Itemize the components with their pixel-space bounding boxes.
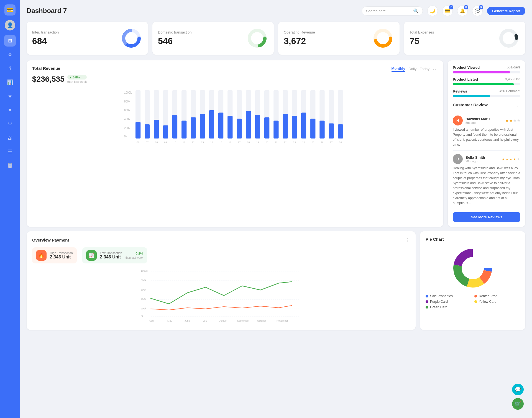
metric-row-listed: Product Listed 3,456 Unit <box>453 77 520 85</box>
sidebar-item-print[interactable]: 🖨 <box>4 132 16 143</box>
legend-dot-rented <box>474 295 477 298</box>
high-transaction-value: 2,346 Unit <box>50 255 73 260</box>
up-arrow-icon: ▲ <box>69 76 72 79</box>
svg-text:800k: 800k <box>141 279 146 282</box>
svg-text:October: October <box>257 319 266 322</box>
generate-report-button[interactable]: Generate Report <box>487 7 525 15</box>
sidebar-item-heart2[interactable]: ♡ <box>4 118 16 130</box>
svg-rect-30 <box>200 114 205 139</box>
review-item-0: H Hawkins Maru 5m ago ★ ★ ★ ★ I viewed a… <box>453 112 520 151</box>
metric-bar-reviews <box>453 95 520 97</box>
sidebar-item-settings[interactable]: ⚙ <box>4 49 16 60</box>
see-more-reviews-button[interactable]: See More Reviews <box>453 212 520 222</box>
metric-bar-fill-listed <box>453 83 514 85</box>
reviews-more-icon[interactable]: ⋮ <box>515 102 520 108</box>
svg-text:November: November <box>277 319 288 322</box>
sidebar-logo: 💳 <box>4 4 16 16</box>
svg-text:September: September <box>237 319 249 322</box>
revenue-value: $236,535 <box>32 75 65 84</box>
sidebar-item-analytics[interactable]: 📊 <box>4 76 16 88</box>
legend-item-yellow: Yellow Card <box>474 300 520 304</box>
theme-toggle[interactable]: 🌙 <box>427 6 438 16</box>
tab-today[interactable]: Today <box>420 67 429 71</box>
review-avatar-1: B <box>453 154 463 164</box>
wallet-icon-btn[interactable]: 💳 2 <box>442 6 453 16</box>
svg-rect-42 <box>255 115 260 139</box>
metric-bar-fill-reviews <box>453 95 490 97</box>
svg-text:14: 14 <box>210 141 213 144</box>
legend-label-yellow: Yellow Card <box>479 300 497 304</box>
svg-rect-54 <box>310 119 315 139</box>
user-avatar[interactable]: 👤 <box>5 20 15 30</box>
svg-rect-58 <box>329 124 334 139</box>
svg-text:600k: 600k <box>124 109 131 112</box>
review-name-1: Bella Smith <box>466 155 485 160</box>
wallet-badge: 2 <box>449 5 453 9</box>
svg-text:21: 21 <box>275 141 277 144</box>
svg-text:26: 26 <box>321 141 323 144</box>
legend-dot-purple <box>426 300 428 303</box>
low-transaction-stat: 📈 Low Transaction 2,346 Unit 0,8% than l… <box>82 247 147 263</box>
revenue-card: Total Revenue Monthly Daily Today ⋯ $236… <box>27 60 443 227</box>
svg-rect-18 <box>145 124 150 139</box>
tab-daily[interactable]: Daily <box>408 67 416 71</box>
svg-text:0k: 0k <box>141 315 144 318</box>
legend-label-purple: Purple Card <box>430 300 448 304</box>
bell-icon-btn[interactable]: 🔔 12 <box>457 6 468 16</box>
line-chart: 1000k 800k 600k 400k 200k 0k <box>32 268 410 324</box>
sidebar-item-info[interactable]: ℹ <box>4 63 16 74</box>
support-float-button[interactable]: 💬 <box>512 384 524 395</box>
review-text-0: I viewed a number of properties with Jus… <box>453 127 520 147</box>
svg-text:20: 20 <box>265 141 268 144</box>
search-input[interactable] <box>366 9 411 13</box>
sidebar-item-dashboard[interactable]: ⊞ <box>4 35 16 47</box>
sidebar: 💳 👤 ⊞ ⚙ ℹ 📊 ★ ♥ ♡ 🖨 ☰ 📋 <box>0 0 20 418</box>
stat-card-left: Operating Revenue 3,672 <box>284 30 315 46</box>
svg-rect-50 <box>292 116 297 139</box>
reviews-header: Customer Review ⋮ <box>453 102 520 108</box>
legend-label-green: Green Card <box>430 305 447 309</box>
sidebar-item-star[interactable]: ★ <box>4 90 16 102</box>
svg-point-109 <box>462 257 484 279</box>
revenue-header: Total Revenue Monthly Daily Today ⋯ <box>32 66 438 72</box>
bell-badge: 12 <box>464 5 468 9</box>
low-percent-sub: than last week <box>126 256 143 259</box>
legend-item-rented: Rented Prop <box>474 294 520 298</box>
stat-card-revenue: Operating Revenue 3,672 <box>278 22 400 55</box>
stat-label-domestic: Domestic transaction <box>158 30 191 34</box>
metric-name-listed: Product Listed <box>453 77 478 81</box>
low-transaction-change: 0,8% than last week <box>126 252 143 259</box>
svg-point-7 <box>501 30 516 46</box>
tab-monthly[interactable]: Monthly <box>392 66 405 72</box>
metric-name-views: Product Viewed <box>453 65 480 70</box>
pie-card: Pie Chart <box>420 231 525 330</box>
cart-float-button[interactable]: 🛒 <box>512 398 524 410</box>
pie-chart-visual <box>426 246 520 290</box>
legend-item-purple: Purple Card <box>426 300 471 304</box>
payment-more-icon[interactable]: ⋮ <box>405 237 410 243</box>
revenue-more-icon[interactable]: ⋯ <box>433 66 438 72</box>
star-icon: ★ <box>502 157 505 161</box>
high-transaction-label: High Transaction <box>50 251 73 255</box>
svg-text:27: 27 <box>330 141 333 144</box>
review-stars-1: ★ ★ ★ ★ ★ <box>502 157 520 161</box>
chat-icon-btn[interactable]: 💬 5 <box>472 6 483 16</box>
svg-text:800k: 800k <box>124 100 131 103</box>
sidebar-item-menu[interactable]: ☰ <box>4 146 16 157</box>
star-icon: ★ <box>509 157 513 161</box>
search-box[interactable]: 🔍 <box>362 6 423 16</box>
sidebar-item-doc[interactable]: 📋 <box>4 160 16 171</box>
legend-label-sale: Sale Properties <box>430 294 453 298</box>
svg-rect-28 <box>191 117 196 139</box>
main-content: Dashboard 7 🔍 🌙 💳 2 🔔 12 💬 5 Generate Re… <box>20 0 532 418</box>
sidebar-item-heart[interactable]: ♥ <box>4 104 16 116</box>
svg-text:400k: 400k <box>124 118 131 121</box>
svg-text:1000k: 1000k <box>141 270 148 272</box>
payment-card: Overview Payment ⋮ 🔥 High Transaction 2,… <box>27 231 416 330</box>
low-transaction-label: Low Transaction <box>100 251 122 255</box>
payment-title: Overview Payment <box>32 238 69 242</box>
donut-inter <box>120 27 142 49</box>
stat-card-left: Inter. transaction 684 <box>32 30 59 46</box>
legend-dot-sale <box>426 295 428 298</box>
stat-card-domestic: Domestic transaction 546 <box>152 22 274 55</box>
